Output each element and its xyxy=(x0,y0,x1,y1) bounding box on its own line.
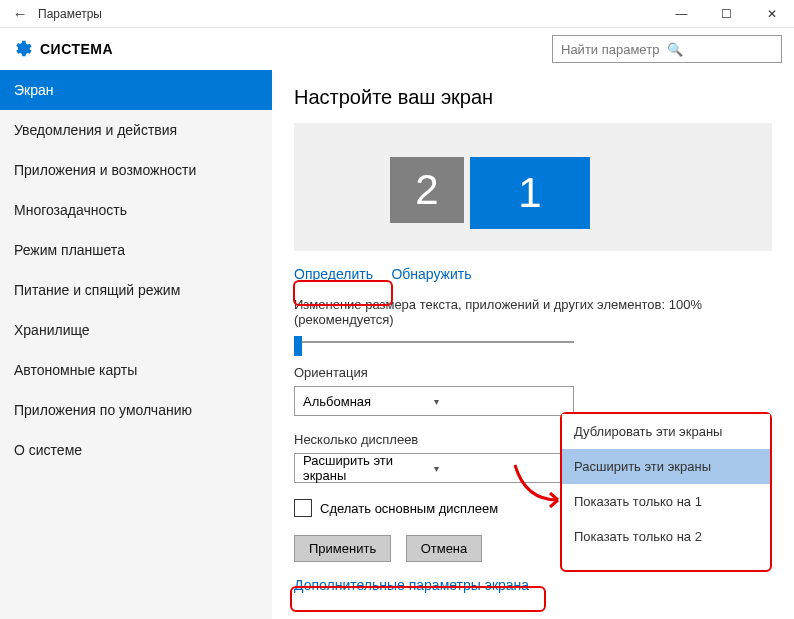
sidebar-item-offline-maps[interactable]: Автономные карты xyxy=(0,350,272,390)
search-placeholder: Найти параметр xyxy=(561,42,667,57)
monitor-2[interactable]: 2 xyxy=(390,157,464,223)
close-button[interactable]: ✕ xyxy=(749,0,794,28)
slider-thumb[interactable] xyxy=(294,336,302,356)
minimize-button[interactable]: — xyxy=(659,0,704,28)
make-main-checkbox[interactable] xyxy=(294,499,312,517)
dropdown-option-duplicate[interactable]: Дублировать эти экраны xyxy=(562,414,770,449)
chevron-down-icon: ▾ xyxy=(434,463,565,474)
dropdown-option-only2[interactable]: Показать только на 2 xyxy=(562,519,770,554)
sidebar-item-apps-features[interactable]: Приложения и возможности xyxy=(0,150,272,190)
maximize-button[interactable]: ☐ xyxy=(704,0,749,28)
sidebar-item-tablet-mode[interactable]: Режим планшета xyxy=(0,230,272,270)
multi-display-select[interactable]: Расширить эти экраны ▾ xyxy=(294,453,574,483)
advanced-display-link[interactable]: Дополнительные параметры экрана xyxy=(294,577,529,593)
header-section: СИСТЕМА xyxy=(40,41,113,57)
search-input[interactable]: Найти параметр 🔍 xyxy=(552,35,782,63)
detect-link[interactable]: Обнаружить xyxy=(391,266,471,282)
sidebar-item-default-apps[interactable]: Приложения по умолчанию xyxy=(0,390,272,430)
slider-track xyxy=(294,341,574,343)
chevron-down-icon: ▾ xyxy=(434,396,565,407)
orientation-select[interactable]: Альбомная ▾ xyxy=(294,386,574,416)
apply-button[interactable]: Применить xyxy=(294,535,391,562)
orientation-value: Альбомная xyxy=(303,394,434,409)
page-title: Настройте ваш экран xyxy=(294,86,772,109)
make-main-label: Сделать основным дисплеем xyxy=(320,501,498,516)
sidebar-item-multitasking[interactable]: Многозадачность xyxy=(0,190,272,230)
sidebar-item-storage[interactable]: Хранилище xyxy=(0,310,272,350)
scale-slider[interactable] xyxy=(294,333,574,351)
scale-label: Изменение размера текста, приложений и д… xyxy=(294,297,772,327)
multi-display-value: Расширить эти экраны xyxy=(303,453,434,483)
dropdown-option-extend[interactable]: Расширить эти экраны xyxy=(562,449,770,484)
sidebar-item-about[interactable]: О системе xyxy=(0,430,272,470)
sidebar-item-display[interactable]: Экран xyxy=(0,70,272,110)
sidebar-item-notifications[interactable]: Уведомления и действия xyxy=(0,110,272,150)
sidebar: Экран Уведомления и действия Приложения … xyxy=(0,70,272,619)
display-arranger[interactable]: 2 1 xyxy=(294,123,772,251)
orientation-label: Ориентация xyxy=(294,365,772,380)
sidebar-item-power-sleep[interactable]: Питание и спящий режим xyxy=(0,270,272,310)
back-button[interactable]: ← xyxy=(8,5,32,22)
window-title: Параметры xyxy=(38,7,659,21)
multi-display-dropdown: Дублировать эти экраны Расширить эти экр… xyxy=(562,414,770,554)
monitor-1[interactable]: 1 xyxy=(470,157,590,229)
dropdown-option-only1[interactable]: Показать только на 1 xyxy=(562,484,770,519)
cancel-button[interactable]: Отмена xyxy=(406,535,483,562)
identify-link[interactable]: Определить xyxy=(294,266,373,282)
gear-icon xyxy=(12,39,32,59)
search-icon: 🔍 xyxy=(667,42,773,57)
